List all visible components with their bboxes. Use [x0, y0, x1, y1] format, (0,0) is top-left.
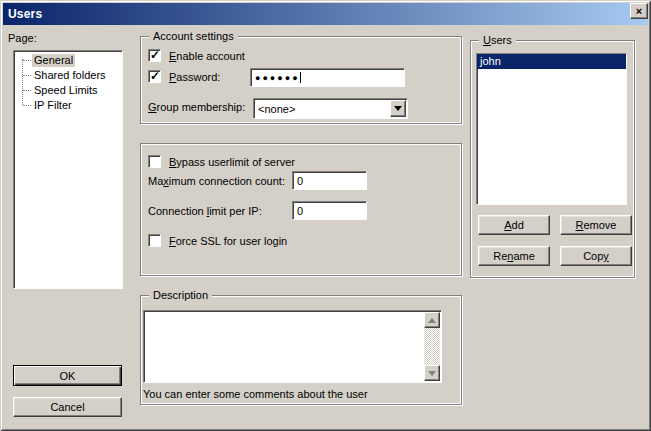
list-item-label: john: [480, 55, 501, 67]
connection-limit-per-ip-value: 0: [297, 205, 303, 217]
arrow-up-icon: [428, 318, 436, 323]
force-ssl-label: Force SSL for user login: [169, 235, 287, 247]
max-connection-count-input[interactable]: 0: [292, 171, 367, 190]
users-dialog: Users × Page: General Shared folders Spe…: [0, 0, 651, 431]
scroll-up-button[interactable]: [424, 312, 440, 328]
tree-item-label: Shared folders: [32, 69, 108, 82]
password-label: Password:: [169, 71, 220, 83]
arrow-down-icon: [428, 371, 436, 376]
rename-button[interactable]: Rename: [478, 246, 550, 266]
add-button[interactable]: Add: [478, 215, 550, 235]
window-title: Users: [8, 7, 42, 21]
description-legend: Description: [149, 288, 212, 302]
group-membership-select[interactable]: <none>: [253, 98, 408, 119]
close-button[interactable]: ×: [630, 3, 648, 19]
ok-button-label: OK: [60, 370, 76, 382]
users-listbox[interactable]: john: [476, 53, 627, 205]
combo-dropdown-button[interactable]: [390, 100, 406, 117]
close-icon: ×: [636, 6, 642, 17]
page-tree: General Shared folders Speed Limits IP F…: [13, 50, 123, 289]
copy-button[interactable]: Copy: [560, 246, 632, 266]
cancel-button-label: Cancel: [50, 401, 84, 413]
add-button-label: Add: [504, 219, 524, 231]
rename-button-label: Rename: [493, 250, 535, 262]
tree-item-label: Speed Limits: [32, 84, 100, 97]
remove-button-label: Remove: [576, 219, 617, 231]
account-settings-legend: Account settings: [149, 29, 238, 43]
bypass-userlimit-checkbox[interactable]: [148, 155, 161, 168]
scroll-down-button[interactable]: [424, 365, 440, 381]
enable-account-checkbox[interactable]: [148, 49, 161, 62]
cancel-button[interactable]: Cancel: [13, 397, 122, 417]
connection-limit-per-ip-label: Connection limit per IP:: [148, 205, 262, 217]
password-input[interactable]: ●●●●●●: [250, 68, 405, 87]
tree-item-speed-limits[interactable]: Speed Limits: [14, 83, 122, 98]
force-ssl-checkbox[interactable]: [148, 234, 161, 247]
text-caret: [300, 72, 301, 83]
password-checkbox[interactable]: [148, 70, 161, 83]
ok-button[interactable]: OK: [13, 365, 122, 386]
tree-item-ip-filter[interactable]: IP Filter: [14, 98, 122, 113]
description-textarea[interactable]: [143, 310, 442, 383]
titlebar[interactable]: Users: [3, 3, 648, 25]
group-membership-value: <none>: [258, 103, 295, 115]
description-scrollbar[interactable]: [424, 312, 440, 381]
tree-item-label: IP Filter: [32, 99, 74, 112]
tree-item-shared-folders[interactable]: Shared folders: [14, 68, 122, 83]
description-hint: You can enter some comments about the us…: [143, 388, 368, 400]
chevron-down-icon: [394, 106, 402, 111]
group-membership-label: Group membership:: [148, 101, 245, 113]
copy-button-label: Copy: [583, 250, 609, 262]
remove-button[interactable]: Remove: [560, 215, 632, 235]
max-connection-count-label: Maximum connection count:: [148, 175, 285, 187]
tree-item-general[interactable]: General: [14, 53, 122, 68]
users-legend: Users: [479, 33, 516, 47]
page-list-label: Page:: [8, 32, 37, 44]
bypass-userlimit-label: Bypass userlimit of server: [169, 156, 295, 168]
enable-account-label: Enable account: [169, 50, 245, 62]
password-masked-value: ●●●●●●: [255, 73, 300, 83]
max-connection-count-value: 0: [297, 175, 303, 187]
connection-limit-per-ip-input[interactable]: 0: [292, 201, 367, 220]
tree-item-label: General: [32, 54, 75, 67]
list-item-john[interactable]: john: [477, 54, 626, 69]
